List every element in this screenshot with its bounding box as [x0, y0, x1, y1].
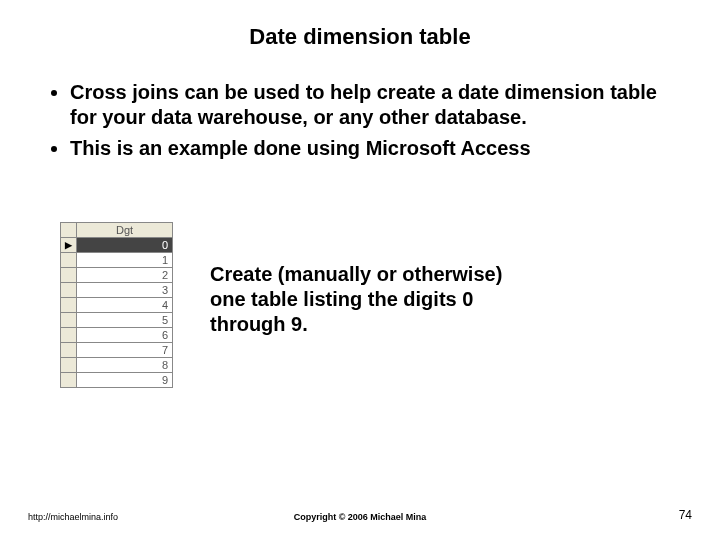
- footer-copyright: Copyright © 2006 Michael Mina: [0, 512, 720, 522]
- datasheet-corner: [61, 223, 77, 238]
- bullet-item: This is an example done using Microsoft …: [70, 136, 688, 161]
- cell-value: 0: [77, 238, 173, 253]
- bullet-item: Cross joins can be used to help create a…: [70, 80, 688, 130]
- row-selector: [61, 373, 77, 388]
- column-header: Dgt: [77, 223, 173, 238]
- bullet-list: Cross joins can be used to help create a…: [48, 80, 688, 167]
- row-selector: [61, 283, 77, 298]
- slide: Date dimension table Cross joins can be …: [0, 0, 720, 540]
- row-selector: [61, 358, 77, 373]
- cell-value: 2: [77, 268, 173, 283]
- cell-value: 6: [77, 328, 173, 343]
- row-selector: [61, 313, 77, 328]
- page-number: 74: [679, 508, 692, 522]
- cell-value: 4: [77, 298, 173, 313]
- cell-value: 5: [77, 313, 173, 328]
- datasheet-table: Dgt ▶ 0 1 2 3 4 5 6 7 8 9: [60, 222, 173, 388]
- row-selector: [61, 328, 77, 343]
- row-selector-icon: ▶: [61, 238, 77, 253]
- cell-value: 1: [77, 253, 173, 268]
- row-selector: [61, 298, 77, 313]
- row-selector: [61, 253, 77, 268]
- callout-text: Create (manually or otherwise) one table…: [210, 262, 530, 337]
- cell-value: 7: [77, 343, 173, 358]
- slide-title: Date dimension table: [0, 24, 720, 50]
- cell-value: 9: [77, 373, 173, 388]
- cell-value: 3: [77, 283, 173, 298]
- row-selector: [61, 343, 77, 358]
- cell-value: 8: [77, 358, 173, 373]
- row-selector: [61, 268, 77, 283]
